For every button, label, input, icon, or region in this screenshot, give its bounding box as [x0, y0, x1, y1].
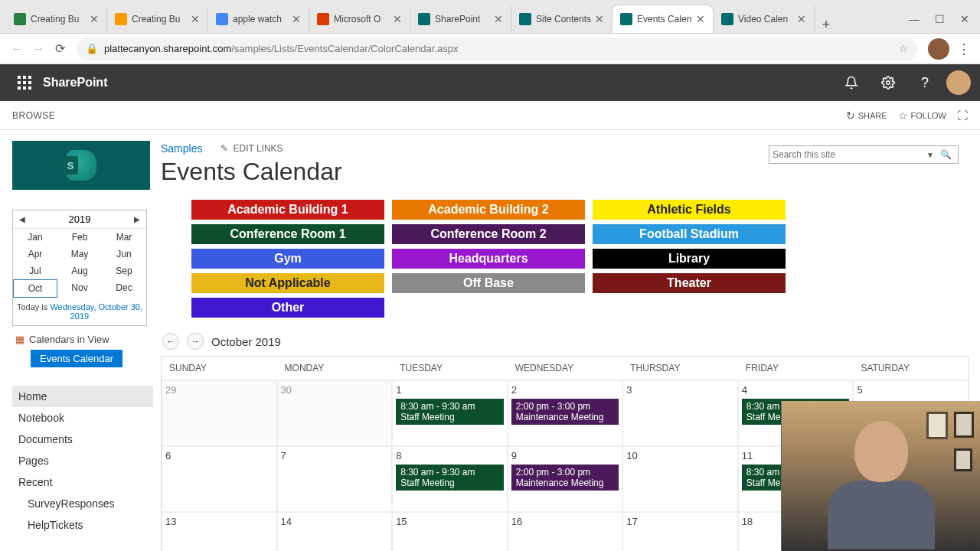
mini-month-jun[interactable]: Jun: [102, 246, 146, 262]
tab-close-icon[interactable]: ✕: [292, 13, 301, 25]
calendar-date-number: 2: [511, 384, 619, 396]
calendar-cell[interactable]: 16: [508, 512, 623, 551]
browser-tab[interactable]: apple watch✕: [208, 5, 309, 33]
next-month-button[interactable]: →: [187, 333, 204, 350]
calendar-date-number: 13: [165, 516, 273, 527]
calendar-cell[interactable]: 92:00 pm - 3:00 pmMaintenance Meeting: [508, 446, 623, 512]
browser-tab[interactable]: Events Calen✕: [612, 5, 714, 33]
close-window-button[interactable]: ✕: [960, 13, 969, 25]
prev-month-button[interactable]: ←: [162, 333, 179, 350]
calendar-event[interactable]: 8:30 am - 9:30 amStaff Meeting: [396, 399, 504, 425]
calendar-date-number: 29: [165, 384, 273, 396]
event-title: Staff Meeting: [400, 412, 499, 422]
settings-button[interactable]: [873, 67, 903, 98]
calendar-cell[interactable]: 6: [162, 446, 277, 512]
tab-close-icon[interactable]: ✕: [696, 13, 705, 25]
calendar-cell[interactable]: 18:30 am - 9:30 amStaff Meeting: [392, 380, 508, 446]
follow-button[interactable]: ☆FOLLOW: [898, 109, 946, 122]
tab-title: Creating Bu: [132, 14, 188, 24]
browser-tab[interactable]: Creating Bu✕: [6, 5, 107, 33]
tab-close-icon[interactable]: ✕: [393, 13, 402, 25]
edit-links-button[interactable]: ✎EDIT LINKS: [220, 143, 283, 154]
user-avatar[interactable]: [946, 70, 971, 95]
event-time: 2:00 pm - 3:00 pm: [516, 467, 615, 478]
browser-menu-button[interactable]: ⋮: [954, 41, 974, 57]
leftnav-item-documents[interactable]: Documents: [12, 429, 153, 450]
tab-close-icon[interactable]: ✕: [191, 13, 200, 25]
back-button[interactable]: ←: [6, 38, 28, 60]
calendar-date-number: 6: [165, 450, 273, 461]
browser-tab[interactable]: Video Calen✕: [714, 5, 815, 33]
calendar-day-header: SUNDAY: [162, 357, 277, 380]
profile-avatar[interactable]: [928, 38, 949, 60]
tab-favicon: [721, 13, 733, 25]
mini-month-apr[interactable]: Apr: [13, 246, 57, 262]
mini-month-nov[interactable]: Nov: [57, 279, 102, 298]
ribbon-tab-browse[interactable]: BROWSE: [12, 110, 55, 121]
browser-tab[interactable]: SharePoint✕: [410, 5, 511, 33]
calendar-cell[interactable]: 3: [622, 380, 738, 446]
calendar-cell[interactable]: 88:30 am - 9:30 amStaff Meeting: [392, 446, 508, 512]
breadcrumb-samples[interactable]: Samples: [161, 142, 202, 155]
search-box[interactable]: ▼ 🔍: [769, 145, 959, 164]
mini-month-jul[interactable]: Jul: [13, 262, 57, 279]
mini-month-sep[interactable]: Sep: [102, 262, 146, 279]
calendar-cell[interactable]: 17: [622, 512, 738, 551]
focus-button[interactable]: ⛶: [957, 109, 968, 122]
maximize-button[interactable]: ☐: [935, 13, 945, 25]
calendar-date-number: 8: [396, 450, 504, 461]
bookmark-star-icon[interactable]: ☆: [899, 43, 908, 54]
calendar-cell[interactable]: 30: [277, 380, 393, 446]
tab-close-icon[interactable]: ✕: [90, 13, 99, 25]
browser-tab[interactable]: Microsoft O✕: [309, 5, 410, 33]
leftnav-item-notebook[interactable]: Notebook: [12, 407, 153, 429]
calendar-cell[interactable]: 7: [277, 446, 393, 512]
browser-tab[interactable]: Site Contents✕: [511, 5, 612, 33]
calendar-event[interactable]: 8:30 am - 9:30 amStaff Meeting: [396, 465, 504, 491]
help-button[interactable]: ?: [910, 67, 940, 98]
site-logo[interactable]: S: [12, 141, 150, 190]
new-tab-button[interactable]: +: [815, 17, 838, 33]
calendar-cell[interactable]: 15: [392, 512, 508, 551]
event-time: 8:30 am - 9:30 am: [400, 467, 499, 478]
reload-button[interactable]: ⟳: [49, 38, 70, 60]
leftnav-item-home[interactable]: Home: [12, 386, 153, 407]
url-box[interactable]: 🔒 plattecanyon.sharepoint.com/samples/Li…: [77, 37, 917, 60]
minimize-button[interactable]: —: [909, 13, 920, 25]
leftnav-item-surveyresponses[interactable]: SurveyResponses: [12, 493, 153, 514]
search-scope-dropdown[interactable]: ▼: [923, 151, 937, 159]
mini-month-may[interactable]: May: [57, 246, 102, 262]
mini-cal-prev[interactable]: ◀: [19, 215, 25, 223]
browser-tab[interactable]: Creating Bu✕: [107, 5, 208, 33]
mini-month-jan[interactable]: Jan: [13, 229, 57, 246]
mini-month-oct[interactable]: Oct: [13, 279, 57, 298]
mini-cal-next[interactable]: ▶: [134, 215, 140, 223]
mini-month-mar[interactable]: Mar: [102, 229, 146, 246]
app-launcher-button[interactable]: [6, 64, 43, 101]
share-button[interactable]: ↻SHARE: [846, 109, 887, 122]
tab-close-icon[interactable]: ✕: [494, 13, 503, 25]
events-calendar-pill[interactable]: Events Calendar: [31, 350, 122, 367]
notifications-button[interactable]: [836, 67, 867, 98]
forward-button[interactable]: →: [28, 38, 49, 60]
calendar-cell[interactable]: 13: [162, 512, 277, 551]
calendar-event[interactable]: 2:00 pm - 3:00 pmMaintenance Meeting: [511, 465, 619, 491]
tab-close-icon[interactable]: ✕: [797, 13, 806, 25]
search-input[interactable]: [773, 149, 923, 160]
mini-month-aug[interactable]: Aug: [57, 262, 102, 279]
calendar-cell[interactable]: 10: [622, 446, 738, 512]
legend-item: Athletic Fields: [593, 200, 786, 220]
mini-month-dec[interactable]: Dec: [102, 279, 146, 298]
tab-close-icon[interactable]: ✕: [595, 13, 604, 25]
search-go-button[interactable]: 🔍: [937, 149, 955, 160]
calendar-cell[interactable]: 14: [277, 512, 393, 551]
calendar-event[interactable]: 2:00 pm - 3:00 pmMaintenance Meeting: [511, 399, 619, 425]
today-link[interactable]: Wednesday, October 30, 2019: [50, 302, 142, 321]
calendar-cell[interactable]: 29: [162, 380, 277, 446]
calendar-icon: ▦: [15, 334, 24, 345]
mini-month-feb[interactable]: Feb: [57, 229, 102, 246]
calendar-cell[interactable]: 22:00 pm - 3:00 pmMaintenance Meeting: [508, 380, 623, 446]
leftnav-item-recent[interactable]: Recent: [12, 471, 153, 493]
leftnav-item-pages[interactable]: Pages: [12, 450, 153, 471]
leftnav-item-helptickets[interactable]: HelpTickets: [12, 514, 153, 536]
